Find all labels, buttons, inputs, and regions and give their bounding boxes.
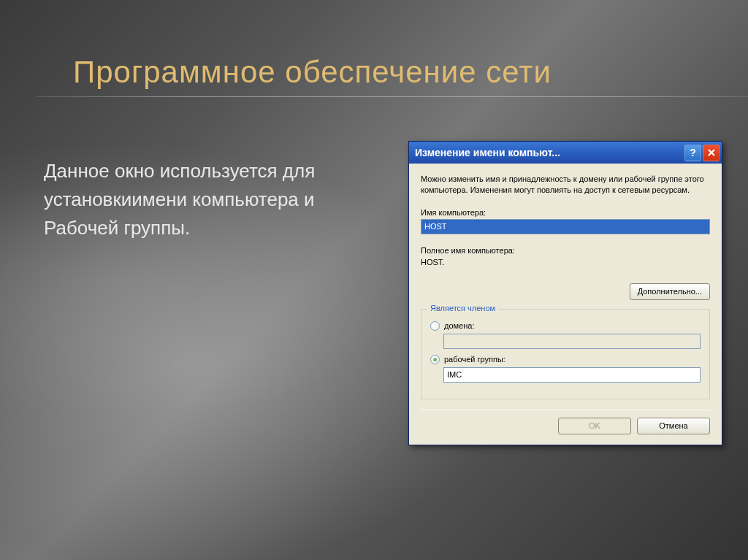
workgroup-radio[interactable] xyxy=(430,355,440,364)
fieldset-legend: Является членом xyxy=(427,304,498,312)
computer-name-label: Имя компьютера: xyxy=(421,208,710,217)
close-button[interactable] xyxy=(703,145,720,161)
dialog-content: Можно изменить имя и принадлежность к до… xyxy=(409,164,722,445)
ok-button[interactable]: OK xyxy=(558,418,631,434)
divider xyxy=(421,410,710,410)
close-icon xyxy=(707,148,716,157)
title-underline xyxy=(37,96,748,97)
domain-radio-label: домена: xyxy=(444,321,474,330)
full-name-value: HOST. xyxy=(421,256,710,269)
computer-name-dialog: Изменение имени компьют... ? Можно измен… xyxy=(408,141,722,445)
slide-body-text: Данное окно используется для установкиим… xyxy=(44,157,373,242)
help-button[interactable]: ? xyxy=(684,145,701,161)
member-of-fieldset: Является членом домена: рабочей группы: xyxy=(421,309,710,399)
computer-name-input[interactable] xyxy=(421,219,710,234)
additional-button[interactable]: Дополнительно... xyxy=(630,283,710,300)
dialog-titlebar[interactable]: Изменение имени компьют... ? xyxy=(409,142,722,164)
slide-title: Программное обеспечение сети xyxy=(73,55,711,90)
workgroup-radio-row[interactable]: рабочей группы: xyxy=(430,355,701,364)
domain-input[interactable] xyxy=(443,334,701,349)
workgroup-radio-label: рабочей группы: xyxy=(444,355,505,364)
full-name-label: Полное имя компьютера: xyxy=(421,245,710,257)
dialog-info-text: Можно изменить имя и принадлежность к до… xyxy=(421,174,710,196)
cancel-button[interactable]: Отмена xyxy=(637,418,710,434)
dialog-title: Изменение имени компьют... xyxy=(415,147,684,158)
domain-radio-row[interactable]: домена: xyxy=(430,321,701,331)
domain-radio[interactable] xyxy=(430,321,440,331)
workgroup-input[interactable] xyxy=(443,367,701,383)
